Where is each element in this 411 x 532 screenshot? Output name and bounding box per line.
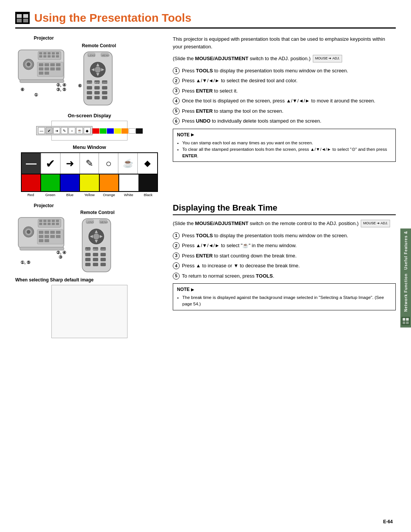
label-blue: Blue <box>66 193 73 197</box>
svg-rect-82 <box>39 235 43 238</box>
svg-rect-109 <box>85 253 91 256</box>
b-step-text-4: Press ▲ to increase or ▼ to decrease the… <box>182 262 300 270</box>
svg-point-41 <box>95 67 101 73</box>
swatch-black <box>139 174 157 191</box>
mouse-adj-note: (Slide the MOUSE/ADJUSTMENT switch to th… <box>173 55 396 62</box>
sharp-image-box <box>51 285 127 338</box>
step-3-top: 3 Press ENTER to select it. <box>173 87 396 95</box>
color-col-white: White <box>119 192 138 197</box>
tool-check: ✔ <box>46 127 53 134</box>
menu-window-label: Menu Window <box>15 144 164 150</box>
note-header-top: NOTE ▶ <box>177 131 392 138</box>
note-label-bottom: NOTE <box>177 286 190 293</box>
step-text-5: Press ENTER to stamp the tool on the scr… <box>182 107 284 115</box>
tool-item-diamond: ◆ <box>138 153 157 174</box>
projector-svg-top: ②, ④ ③, ⑤ ⑥ ① <box>15 42 72 97</box>
svg-rect-88 <box>20 247 64 250</box>
svg-rect-119 <box>406 318 409 321</box>
svg-text:INPUT: INPUT <box>95 81 102 84</box>
note-box-top: NOTE ▶ You can stamp each tool as many t… <box>173 129 396 162</box>
svg-rect-79 <box>45 231 49 234</box>
b-step-num-5: 5 <box>173 273 180 280</box>
step-1-top: 1 Press TOOLS to display the presentatio… <box>173 67 396 75</box>
step-num-5: 5 <box>173 108 180 115</box>
svg-rect-3 <box>23 19 28 22</box>
svg-rect-69 <box>48 220 51 222</box>
step-num-6: 6 <box>173 118 180 125</box>
color-white-small <box>129 128 135 134</box>
svg-rect-87 <box>45 239 49 242</box>
page-title: Using the Presentation Tools <box>34 11 191 24</box>
remote-svg-top: LENS MENU <box>76 50 122 109</box>
header-icon <box>15 12 30 24</box>
sidebar-icon <box>401 317 410 325</box>
color-black-small <box>136 128 143 134</box>
svg-rect-9 <box>39 52 42 54</box>
svg-point-65 <box>27 230 30 234</box>
bottom-right-col: Displaying the Break Time (Slide the MOU… <box>173 203 396 338</box>
sharp-label: When selecting Sharp default image <box>15 277 164 283</box>
projector-drawing-bottom: ②, ④ ③ ①, ⑤ <box>15 210 72 266</box>
remote-block-bottom: Remote Control LENS MENU <box>75 210 120 276</box>
title-plain: Using the <box>34 11 89 24</box>
color-green-small <box>100 128 107 134</box>
note-item-1: You can stamp each tool as many times as… <box>182 140 392 146</box>
swatch-blue <box>61 174 80 191</box>
svg-rect-114 <box>100 258 106 261</box>
svg-rect-15 <box>43 55 46 58</box>
step-2-bottom: 2 Press ▲/▼/◄/► to select "☕" in the men… <box>173 242 396 249</box>
projector-block-bottom: Projector <box>15 203 72 266</box>
steps-list-top: 1 Press TOOLS to display the presentatio… <box>173 67 396 125</box>
color-col-yellow: Yellow <box>80 192 99 197</box>
svg-rect-12 <box>52 52 55 54</box>
svg-rect-26 <box>50 67 55 70</box>
step-text-3: Press ENTER to select it. <box>182 87 238 95</box>
color-col-green: Green <box>40 192 60 197</box>
color-blue-small <box>107 128 114 134</box>
sharp-image-section: When selecting Sharp default image <box>15 277 164 338</box>
tool-item-check: ✔ <box>41 153 61 174</box>
svg-rect-18 <box>56 55 59 58</box>
svg-rect-2 <box>17 19 22 22</box>
sidebar-logo-icon <box>403 318 409 324</box>
svg-rect-83 <box>45 235 49 238</box>
b-step-num-3: 3 <box>173 252 180 259</box>
svg-rect-55 <box>87 91 92 94</box>
note-arrow-bottom: ▶ <box>191 287 194 292</box>
svg-rect-17 <box>52 55 55 58</box>
svg-rect-110 <box>93 253 98 256</box>
svg-rect-11 <box>48 52 51 54</box>
projector-svg-bottom: ②, ④ ③ ①, ⑤ <box>15 210 72 266</box>
break-adj-icon: MOUSE ➜ ADJ. <box>361 220 390 227</box>
svg-rect-112 <box>85 258 91 261</box>
svg-text:③: ③ <box>59 255 62 259</box>
break-mouse-adj: (Slide the MOUSE/ADJUSTMENT switch on th… <box>173 220 396 227</box>
step-5-top: 5 Press ENTER to stamp the tool on the s… <box>173 107 396 115</box>
menu-tools-row: — ✔ ➜ ✎ ○ ☕ ◆ <box>22 153 157 174</box>
projector-remote-row-bottom: Projector <box>15 203 164 276</box>
note-label-top: NOTE <box>177 131 190 138</box>
svg-rect-56 <box>94 91 100 94</box>
projector-block-top: Projector <box>15 35 72 97</box>
tool-arrow: ➜ <box>53 127 60 134</box>
svg-rect-24 <box>39 67 43 70</box>
label-yellow: Yellow <box>84 193 94 197</box>
svg-text:MENU: MENU <box>100 221 108 224</box>
label-white: White <box>124 193 133 197</box>
svg-rect-13 <box>56 52 59 54</box>
svg-rect-23 <box>56 63 61 66</box>
right-column-top: This projector is equipped with presenta… <box>173 35 396 197</box>
remote-drawing-top: LENS MENU <box>76 50 122 109</box>
color-labels-row: Red Green Blue Yellow Orange White Black <box>21 192 158 197</box>
svg-rect-58 <box>87 96 92 99</box>
onscreen-label: On-screen Display <box>15 113 164 118</box>
intro-text: This projector is equipped with presenta… <box>173 35 396 50</box>
svg-text:②, ④: ②, ④ <box>56 83 66 87</box>
svg-rect-54 <box>102 86 107 89</box>
projector-label-bottom: Projector <box>34 203 54 208</box>
main-content-top: Projector <box>15 35 396 197</box>
svg-rect-121 <box>406 321 409 324</box>
menu-colors-row <box>22 174 157 191</box>
mouse-adj-icon: MOUSE ➜ ADJ. <box>313 55 342 62</box>
svg-rect-21 <box>45 63 49 66</box>
